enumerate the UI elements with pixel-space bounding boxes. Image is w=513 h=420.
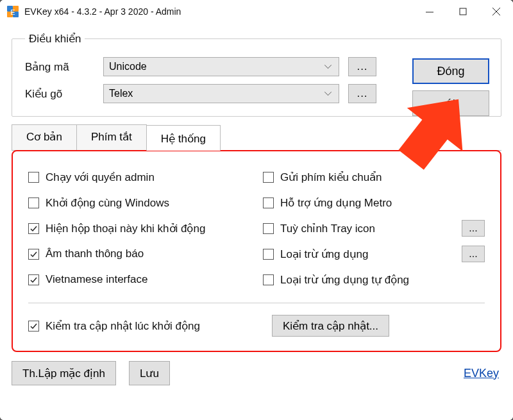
metro-checkbox[interactable]: [263, 197, 274, 208]
auto-exclude-checkbox[interactable]: [263, 274, 274, 285]
app-icon: E: [6, 5, 19, 18]
separator: [28, 303, 485, 303]
metro-label: Hỗ trợ ứng dụng Metro: [280, 196, 392, 210]
auto-exclude-label: Loại trừ ứng dụng tự động: [280, 273, 409, 287]
exit-button[interactable]: át: [412, 90, 489, 116]
run-admin-checkbox[interactable]: [28, 172, 39, 183]
svg-rect-7: [460, 8, 466, 15]
method-label: Kiểu gõ: [25, 87, 94, 101]
method-value: Telex: [109, 88, 133, 99]
std-key-checkbox[interactable]: [263, 172, 274, 183]
window-title: EVKey x64 - 4.3.2 - Apr 3 2020 - Admin: [24, 6, 181, 17]
window-close-button[interactable]: [480, 0, 513, 23]
encoding-select[interactable]: Unicode: [103, 57, 339, 76]
svg-line-9: [492, 8, 500, 15]
vi-interface-checkbox[interactable]: [28, 274, 39, 285]
tab-hotkey[interactable]: Phím tắt: [76, 124, 147, 150]
control-group: Điều khiển Bảng mã Unicode ... Kiểu gõ T…: [12, 32, 501, 117]
exclude-app-more-button[interactable]: ...: [462, 246, 485, 262]
sound-checkbox[interactable]: [28, 249, 39, 260]
std-key-label: Gửi phím kiểu chuẩn: [280, 171, 382, 184]
maximize-button[interactable]: [446, 0, 480, 23]
encoding-value: Unicode: [109, 61, 147, 72]
update-row: Kiểm tra cập nhật lúc khởi động Kiểm tra…: [28, 315, 485, 337]
sound-label: Âm thanh thông báo: [46, 248, 144, 260]
tab-basic[interactable]: Cơ bản: [12, 124, 77, 150]
tabs: Cơ bản Phím tắt Hệ thống: [12, 124, 501, 151]
autostart-label: Khởi động cùng Windows: [46, 196, 169, 210]
check-update-label: Kiểm tra cập nhật lúc khởi động: [46, 319, 200, 333]
evkey-link[interactable]: EVKey: [464, 367, 501, 380]
right-col: Gửi phím kiểu chuẩn Hỗ trợ ứng dụng Metr…: [263, 168, 485, 296]
system-panel: Chạy với quyền admin Khởi động cùng Wind…: [12, 150, 501, 352]
method-more-button[interactable]: ...: [348, 84, 376, 103]
window: E EVKey x64 - 4.3.2 - Apr 3 2020 - Admin…: [0, 0, 513, 420]
left-col: Chạy với quyền admin Khởi động cùng Wind…: [28, 168, 250, 296]
show-dialog-checkbox[interactable]: [28, 223, 39, 234]
minimize-button[interactable]: [413, 0, 446, 23]
check-update-button[interactable]: Kiểm tra cập nhật...: [272, 315, 389, 337]
save-button[interactable]: Lưu: [129, 361, 170, 385]
tray-icon-label: Tuỳ chỉnh Tray icon: [280, 222, 375, 235]
content: Điều khiển Bảng mã Unicode ... Kiểu gõ T…: [0, 23, 513, 394]
exclude-app-checkbox[interactable]: [263, 249, 274, 260]
check-update-checkbox[interactable]: [28, 321, 39, 332]
encoding-label: Bảng mã: [25, 60, 94, 74]
run-admin-label: Chạy với quyền admin: [46, 171, 155, 184]
show-dialog-label: Hiện hộp thoại này khi khởi động: [46, 222, 205, 235]
svg-line-8: [492, 8, 500, 15]
tray-icon-more-button[interactable]: ...: [462, 220, 485, 237]
exclude-app-label: Loại trừ ứng dụng: [280, 248, 369, 261]
encoding-more-button[interactable]: ...: [348, 57, 376, 76]
autostart-checkbox[interactable]: [28, 197, 39, 208]
titlebar: E EVKey x64 - 4.3.2 - Apr 3 2020 - Admin: [0, 0, 513, 23]
tab-system[interactable]: Hệ thống: [146, 125, 221, 151]
defaults-button[interactable]: Th.Lập mặc định: [12, 361, 116, 385]
bottom-row: Th.Lập mặc định Lưu EVKey: [12, 352, 501, 385]
svg-text:E: E: [10, 8, 15, 16]
group-title: Điều khiển: [25, 32, 85, 46]
window-controls: [413, 0, 513, 23]
method-select[interactable]: Telex: [103, 84, 339, 103]
vi-interface-label: Vietnamese interface: [46, 273, 147, 286]
close-button[interactable]: Đóng: [412, 58, 489, 84]
tray-icon-checkbox[interactable]: [263, 223, 274, 234]
